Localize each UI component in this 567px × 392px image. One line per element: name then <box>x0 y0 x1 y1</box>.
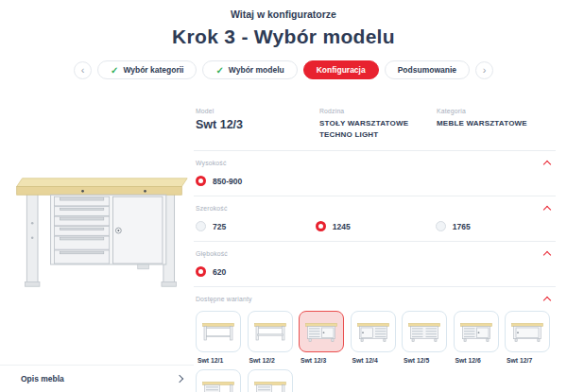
chevron-up-icon <box>543 297 551 304</box>
radio-value: 620 <box>213 267 226 277</box>
variant-label: Swt 12/3 <box>301 357 344 364</box>
variant-thumbnail <box>505 311 550 352</box>
step-label: Podsumowanie <box>398 65 456 75</box>
family-label: Rodzina <box>319 108 425 114</box>
option-section-2: Szerokość72512451765 <box>194 196 556 241</box>
variants-section: Dostępne warianty Swt 12/1Swt 12/2Swt 12… <box>194 286 556 392</box>
model-label: Model <box>196 108 319 114</box>
variant-item-7[interactable]: Swt 12/7 <box>505 311 550 369</box>
radio-value: 1245 <box>333 222 351 231</box>
variant-thumbnail <box>196 369 241 392</box>
variants-section-header[interactable]: Dostępne warianty <box>196 295 556 303</box>
variant-thumbnail <box>248 369 293 392</box>
model-value: Swt 12/3 <box>196 118 319 131</box>
variants-grid: Swt 12/1Swt 12/2Swt 12/3Swt 12/4Swt 12/5… <box>196 311 556 392</box>
workbench-illustration <box>8 166 191 299</box>
workbench-mini-icon <box>199 319 237 344</box>
choices-row: 620 <box>196 266 556 277</box>
chevron-up-icon <box>543 206 551 213</box>
variant-label: Swt 12/2 <box>249 357 293 364</box>
variant-label: Swt 12/1 <box>198 357 241 364</box>
radio-icon <box>196 266 206 277</box>
step-item-3[interactable]: Konfiguracja <box>303 60 379 79</box>
variant-item-8[interactable]: Swt 12/8 <box>196 369 241 392</box>
step-label: Konfiguracja <box>317 65 366 75</box>
configurator-page: Witaj w konfiguratorze Krok 3 - Wybór mo… <box>0 0 567 392</box>
step-label: Wybór kategorii <box>123 65 183 75</box>
variant-thumbnail <box>196 311 241 352</box>
option-section-3: Głębokość620 <box>194 241 556 286</box>
step-item-4[interactable]: Podsumowanie <box>385 60 470 79</box>
radio-option[interactable]: 1765 <box>436 221 556 231</box>
variant-item-4[interactable]: Swt 12/4 <box>351 311 396 369</box>
radio-icon <box>196 221 206 231</box>
workbench-mini-icon <box>508 319 546 344</box>
product-info-row: Model Swt 12/3 Rodzina STOŁY WARSZTATOWE… <box>194 102 556 150</box>
workbench-mini-icon <box>302 319 340 344</box>
section-header[interactable]: Wysokość <box>196 159 556 167</box>
variant-thumbnail <box>299 311 344 352</box>
description-label: Opis mebla <box>21 374 64 383</box>
workbench-mini-icon <box>251 378 289 392</box>
variant-thumbnail <box>248 311 293 352</box>
category-label: Kategoria <box>437 108 556 114</box>
radio-option[interactable]: 620 <box>196 266 226 277</box>
variant-label: Swt 12/4 <box>352 357 396 364</box>
section-label: Głębokość <box>196 250 228 257</box>
step-item-1[interactable]: ✓Wybór kategorii <box>97 60 197 79</box>
variant-thumbnail <box>454 311 499 352</box>
variant-item-5[interactable]: Swt 12/5 <box>402 311 447 369</box>
page-title: Krok 3 - Wybór modelu <box>0 26 567 48</box>
welcome-text: Witaj w konfiguratorze <box>0 9 567 20</box>
chevron-up-icon <box>543 251 551 259</box>
variant-label: Swt 12/5 <box>404 357 447 364</box>
workbench-mini-icon <box>457 319 495 344</box>
workbench-mini-icon <box>251 319 289 344</box>
chevron-right-icon <box>176 375 183 383</box>
option-section-1: Wysokość850-900 <box>194 150 556 196</box>
config-panel: Model Swt 12/3 Rodzina STOŁY WARSZTATOWE… <box>194 102 556 392</box>
radio-option[interactable]: 1245 <box>316 221 436 231</box>
step-item-2[interactable]: ✓Wybór modelu <box>202 60 297 79</box>
step-label: Wybór modelu <box>229 65 284 75</box>
radio-value: 850-900 <box>213 177 242 186</box>
section-header[interactable]: Głębokość <box>196 249 556 258</box>
section-label: Szerokość <box>196 205 228 212</box>
radio-option[interactable]: 850-900 <box>196 176 242 186</box>
variant-item-6[interactable]: Swt 12/6 <box>454 311 499 369</box>
section-label: Wysokość <box>196 160 227 166</box>
variant-item-3[interactable]: Swt 12/3 <box>299 311 344 369</box>
chevron-up-icon <box>543 161 551 168</box>
radio-option[interactable]: 725 <box>196 221 316 231</box>
radio-value: 1765 <box>453 222 471 231</box>
steps-nav: ‹✓Wybór kategorii✓Wybór modeluKonfigurac… <box>0 60 567 80</box>
family-value: STOŁY WARSZTATOWE TECHNO LIGHT <box>319 118 425 141</box>
steps-next-button[interactable]: › <box>475 61 493 79</box>
variant-thumbnail <box>402 311 447 352</box>
check-icon: ✓ <box>111 65 118 76</box>
variant-thumbnail <box>351 311 396 352</box>
check-icon: ✓ <box>215 65 223 76</box>
radio-icon <box>436 221 446 231</box>
workbench-mini-icon <box>354 319 392 344</box>
variant-item-1[interactable]: Swt 12/1 <box>196 311 241 369</box>
radio-icon <box>196 176 206 186</box>
variant-item-2[interactable]: Swt 12/2 <box>248 311 293 369</box>
workbench-mini-icon <box>405 319 443 344</box>
section-header[interactable]: Szerokość <box>196 204 556 213</box>
steps-prev-button[interactable]: ‹ <box>74 61 92 79</box>
description-accordion[interactable]: Opis mebla <box>0 365 194 392</box>
product-image <box>8 166 191 300</box>
category-value: MEBLE WARSZTATOWE <box>437 118 556 129</box>
variant-label: Swt 12/7 <box>507 357 550 364</box>
variant-item-9[interactable]: Swt 12/9 <box>248 369 293 392</box>
variants-label: Dostępne warianty <box>196 296 252 302</box>
workbench-mini-icon <box>199 378 237 392</box>
choices-row: 72512451765 <box>196 221 556 231</box>
choices-row: 850-900 <box>196 176 556 186</box>
options-sections: Wysokość850-900Szerokość72512451765Głębo… <box>194 150 556 286</box>
radio-value: 725 <box>213 222 226 231</box>
radio-icon <box>316 221 326 231</box>
variant-label: Swt 12/6 <box>455 357 499 364</box>
